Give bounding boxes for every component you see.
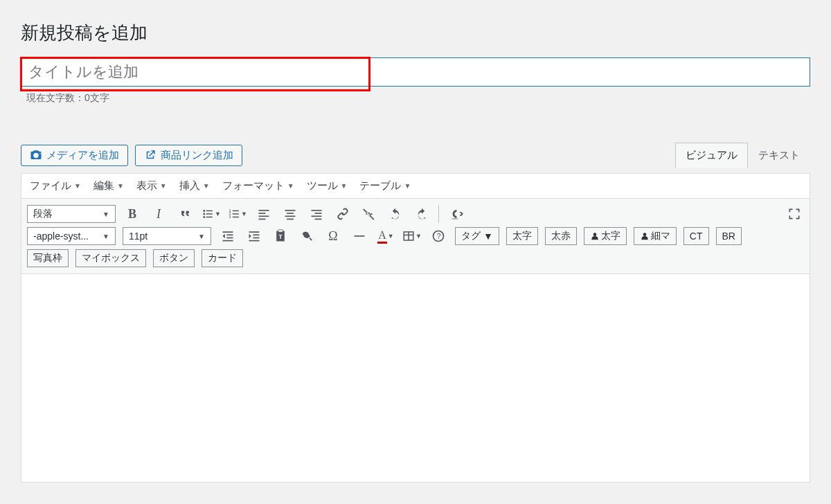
caret-down-icon: ▼ [117,182,124,190]
toolbar: 段落▼ B I ▼ 123▼ codoc -apple-syst...▼ [21,199,810,274]
svg-text:codoc: codoc [452,217,458,220]
numbered-list-button[interactable]: 123▼ [228,205,247,223]
caret-down-icon: ▼ [74,182,81,190]
button-button[interactable]: ボタン [153,249,195,267]
style-br-button[interactable]: BR [716,227,742,245]
svg-rect-13 [259,213,266,214]
codoc-button[interactable]: codoc [447,205,469,223]
align-left-button[interactable] [254,205,274,223]
svg-rect-18 [285,216,296,217]
undo-button[interactable] [386,205,405,223]
svg-rect-25 [223,231,233,233]
page-title: 新規投稿を追加 [21,21,810,45]
svg-point-42 [593,233,597,236]
table-button[interactable]: ▼ [402,227,422,245]
svg-rect-17 [287,213,294,214]
camera-icon [30,149,42,161]
caret-down-icon: ▼ [404,182,411,190]
style-futoji-button[interactable]: 太字 [506,227,538,245]
svg-rect-4 [206,213,213,215]
fullscreen-button[interactable] [785,205,804,223]
tab-text[interactable]: テキスト [748,143,810,168]
svg-rect-5 [206,217,213,218]
person-icon [590,231,600,241]
paragraph-select[interactable]: 段落▼ [27,205,116,223]
fontfamily-select[interactable]: -apple-syst...▼ [27,227,116,245]
style-futoaka-button[interactable]: 太赤 [545,227,577,245]
svg-rect-23 [315,219,322,220]
svg-rect-14 [259,216,269,217]
menu-tools[interactable]: ツール▼ [307,179,348,192]
svg-text:3: 3 [229,215,231,219]
svg-rect-27 [226,237,233,239]
text-color-button[interactable]: A▼ [376,227,395,245]
svg-rect-30 [253,235,259,236]
title-input[interactable] [21,58,823,86]
svg-rect-31 [253,237,259,239]
bullet-list-button[interactable]: ▼ [202,205,221,223]
caret-down-icon: ▼ [241,210,247,217]
svg-point-1 [203,213,205,215]
tag-dropdown[interactable]: タグ▼ [455,227,499,245]
svg-rect-3 [206,210,213,212]
caret-down-icon: ▼ [483,231,493,242]
caret-down-icon: ▼ [160,182,167,190]
style-ct-button[interactable]: CT [683,227,709,245]
menu-file[interactable]: ファイル▼ [30,179,81,192]
add-media-label: メディアを追加 [46,149,119,162]
svg-point-2 [203,216,205,218]
photo-frame-button[interactable]: 写真枠 [27,249,69,267]
svg-rect-21 [315,213,322,214]
title-input-wrapper[interactable] [21,57,810,87]
caret-down-icon: ▼ [198,233,205,240]
mybox-button[interactable]: マイボックス [75,249,146,267]
help-button[interactable]: ? [429,227,448,245]
caret-down-icon: ▼ [102,233,109,240]
content-editor[interactable] [21,274,810,482]
svg-rect-29 [249,231,260,233]
italic-button[interactable]: I [149,205,168,223]
align-center-button[interactable] [280,205,300,223]
svg-rect-20 [312,210,322,211]
link-button[interactable] [333,205,352,223]
add-media-button[interactable]: メディアを追加 [21,145,128,166]
menu-insert[interactable]: 挿入▼ [179,179,210,192]
card-button[interactable]: カード [202,249,243,267]
menu-edit[interactable]: 編集▼ [93,179,124,192]
align-right-button[interactable] [307,205,326,223]
redo-button[interactable] [412,205,431,223]
svg-point-0 [203,210,205,212]
editor-area: ファイル▼ 編集▼ 表示▼ 挿入▼ フォーマット▼ ツール▼ テーブル▼ 段落▼… [21,173,810,483]
menu-view[interactable]: 表示▼ [136,179,167,192]
svg-rect-16 [285,210,296,211]
menu-format[interactable]: フォーマット▼ [222,179,294,192]
unlink-button[interactable] [359,205,379,223]
add-product-link-button[interactable]: 商品リンク追加 [135,145,242,166]
special-char-button[interactable]: Ω [323,227,343,245]
caret-down-icon: ▼ [341,182,348,190]
style-person-hosoma-button[interactable]: 細マ [634,227,677,245]
svg-rect-36 [355,235,365,237]
clear-format-button[interactable] [297,227,316,245]
blockquote-button[interactable] [175,205,195,223]
add-product-link-label: 商品リンク追加 [161,149,233,162]
svg-rect-15 [259,219,266,220]
menubar: ファイル▼ 編集▼ 表示▼ 挿入▼ フォーマット▼ ツール▼ テーブル▼ [21,174,810,199]
outdent-button[interactable] [218,227,238,245]
share-icon [144,149,157,161]
hr-button[interactable] [350,227,369,245]
svg-rect-12 [259,210,269,211]
bold-button[interactable]: B [123,205,142,223]
caret-down-icon: ▼ [215,210,221,217]
editor-mode-tabs: ビジュアル テキスト [675,143,810,168]
svg-rect-28 [223,240,233,242]
indent-button[interactable] [244,227,264,245]
style-person-futoji-button[interactable]: 太字 [584,227,627,245]
paste-text-button[interactable]: T [271,227,290,245]
fontsize-select[interactable]: 11pt▼ [123,227,211,245]
caret-down-icon: ▼ [287,182,294,190]
svg-text:?: ? [437,232,441,240]
tab-visual[interactable]: ビジュアル [675,143,748,168]
caret-down-icon: ▼ [203,182,210,190]
menu-table[interactable]: テーブル▼ [359,179,411,192]
